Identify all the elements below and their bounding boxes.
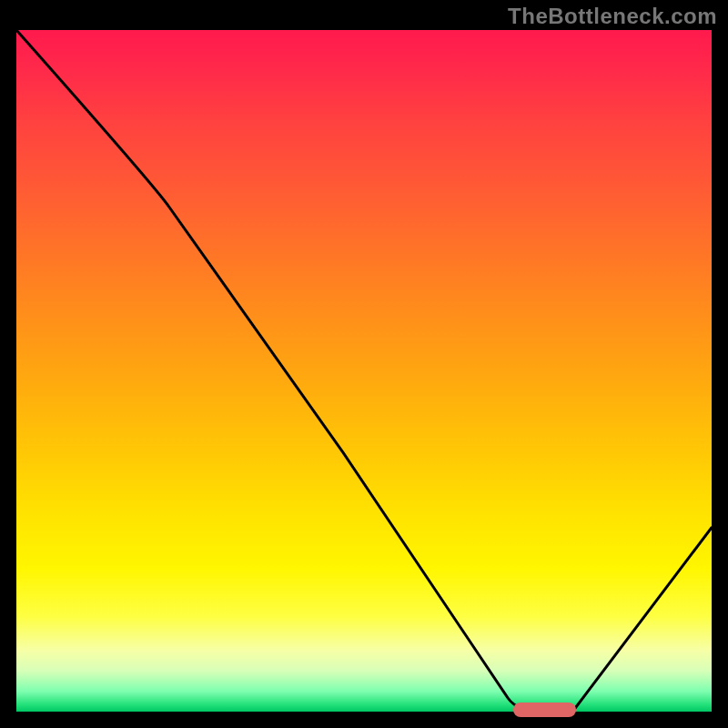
watermark-text: TheBottleneck.com bbox=[508, 4, 717, 29]
chart-svg bbox=[16, 30, 712, 712]
optimal-zone-marker bbox=[513, 703, 576, 717]
chart-frame: TheBottleneck.com bbox=[0, 0, 728, 728]
bottleneck-curve-path bbox=[16, 30, 712, 712]
plot-area bbox=[16, 30, 712, 712]
